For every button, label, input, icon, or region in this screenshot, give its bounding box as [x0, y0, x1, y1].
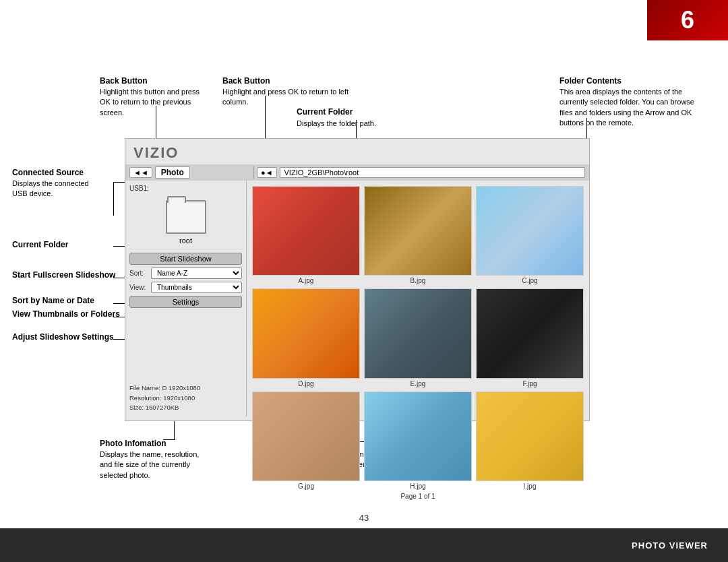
line-folder-left [113, 246, 125, 247]
photo-thumb-c [476, 186, 584, 276]
annotation-start-fullscreen: Start Fullscreen Slideshow [12, 270, 115, 281]
photo-filename-a: A.jpg [299, 277, 314, 284]
view-label: View: [129, 284, 148, 291]
annotation-adjust-slideshow: Adjust Slideshow Settings [12, 332, 114, 343]
view-row: View: Thumbnails Folders [129, 282, 242, 293]
photo-cell-f[interactable]: F.jpg [476, 288, 584, 387]
photo-info-line3: Size: 1607270KB [129, 404, 179, 411]
usb-label: USB1: [129, 185, 242, 192]
photo-cell-i[interactable]: I.jpg [476, 392, 584, 490]
photo-cell-c[interactable]: C.jpg [476, 186, 584, 284]
nav-photo-label: Photo [155, 166, 190, 179]
nav-row: ◄◄ Photo ●◄ VIZIO_2GB\Photo\root [125, 164, 589, 181]
vizio-logo: VIZIO [133, 144, 179, 161]
photo-cell-d[interactable]: D.jpg [252, 288, 360, 387]
top-bar: 6 [647, 0, 728, 40]
photo-cell-g[interactable]: G.jpg [252, 392, 360, 490]
back-arrow-left[interactable]: ◄◄ [129, 167, 152, 178]
bottom-bar: PHOTO VIEWER [0, 528, 728, 562]
photo-filename-g: G.jpg [298, 482, 314, 490]
line-back-right [265, 96, 266, 142]
folder-path: VIZIO_2GB\Photo\root [280, 167, 585, 178]
photo-filename-e: E.jpg [411, 380, 426, 387]
photo-info-line1: File Name: D 1920x1080 [129, 384, 200, 392]
folder-name: root [179, 237, 192, 245]
annotation-current-folder-right: Current Folder Displays the folder path. [297, 106, 376, 129]
photo-filename-f: F.jpg [522, 380, 537, 387]
vizio-header: VIZIO [125, 139, 589, 164]
photo-thumb-d [252, 288, 360, 378]
back-arrow-right[interactable]: ●◄ [257, 167, 277, 178]
annotation-folder-contents: Folder Contents This area displays the c… [559, 75, 694, 129]
annotation-back-button-left: Back Button Highlight this button and pr… [100, 75, 208, 118]
page-chapter-number: 6 [681, 6, 694, 34]
annotation-photo-info: Photo Infomation Displays the name, reso… [100, 438, 201, 480]
line-connected [113, 182, 114, 216]
photo-thumb-b [364, 186, 472, 276]
right-panel: A.jpgB.jpgC.jpgD.jpgE.jpgF.jpgG.jpgH.jpg… [247, 181, 589, 416]
sort-select[interactable]: Name A-Z Name Z-A Date [151, 268, 242, 279]
annotation-sort-by: Sort by Name or Date [12, 295, 94, 307]
section-label: PHOTO VIEWER [632, 540, 708, 551]
photo-filename-h: H.jpg [410, 482, 425, 490]
photo-cell-e[interactable]: E.jpg [364, 288, 472, 387]
photo-filename-d: D.jpg [298, 380, 313, 387]
photo-thumb-a [252, 186, 360, 276]
annotation-back-button-right: Back Button Highlight and press OK to re… [222, 75, 371, 108]
annotation-connected-source: Connected Source Displays the connected … [12, 167, 100, 199]
photo-info-line2: Resolution: 1920x1080 [129, 394, 195, 402]
photo-thumb-g [252, 392, 360, 481]
view-select[interactable]: Thumbnails Folders [151, 282, 242, 293]
folder-icon[interactable] [166, 200, 206, 234]
photo-thumb-h [364, 392, 472, 481]
left-panel: USB1: root Start Slideshow Sort: Name A-… [125, 181, 247, 416]
settings-button[interactable]: Settings [129, 296, 242, 308]
photo-filename-i: I.jpg [524, 482, 537, 490]
line-connected-h [113, 182, 125, 183]
ui-container: VIZIO ◄◄ Photo ●◄ VIZIO_2GB\Photo\root U… [125, 138, 590, 421]
photo-info: File Name: D 1920x1080 Resolution: 1920x… [129, 383, 242, 412]
page-number: 43 [359, 513, 369, 523]
nav-left: ◄◄ Photo [129, 166, 251, 179]
annotation-current-folder-left: Current Folder [12, 239, 68, 251]
nav-divider [253, 166, 254, 179]
photo-thumb-f [476, 288, 584, 378]
sort-row: Sort: Name A-Z Name Z-A Date [129, 268, 242, 279]
line-photo-info-h [163, 439, 175, 440]
photo-grid: A.jpgB.jpgC.jpgD.jpgE.jpgF.jpgG.jpgH.jpg… [252, 186, 584, 490]
photo-cell-b[interactable]: B.jpg [364, 186, 472, 284]
annotation-view-thumbnails: View Thumbnails or Folders [12, 309, 120, 320]
slideshow-button[interactable]: Start Slideshow [129, 253, 242, 265]
photo-cell-h[interactable]: H.jpg [364, 392, 472, 490]
photo-thumb-i [476, 392, 584, 481]
page-info-label: Page 1 of 1 [252, 493, 584, 500]
photo-filename-b: B.jpg [411, 277, 426, 284]
content-area: USB1: root Start Slideshow Sort: Name A-… [125, 181, 589, 416]
nav-right: ●◄ VIZIO_2GB\Photo\root [257, 167, 585, 178]
photo-filename-c: C.jpg [522, 277, 537, 284]
folder-icon-area: root [129, 195, 242, 250]
photo-cell-a[interactable]: A.jpg [252, 186, 360, 284]
sort-label: Sort: [129, 270, 148, 277]
line-back-left [156, 106, 156, 139]
photo-thumb-e [364, 288, 472, 378]
